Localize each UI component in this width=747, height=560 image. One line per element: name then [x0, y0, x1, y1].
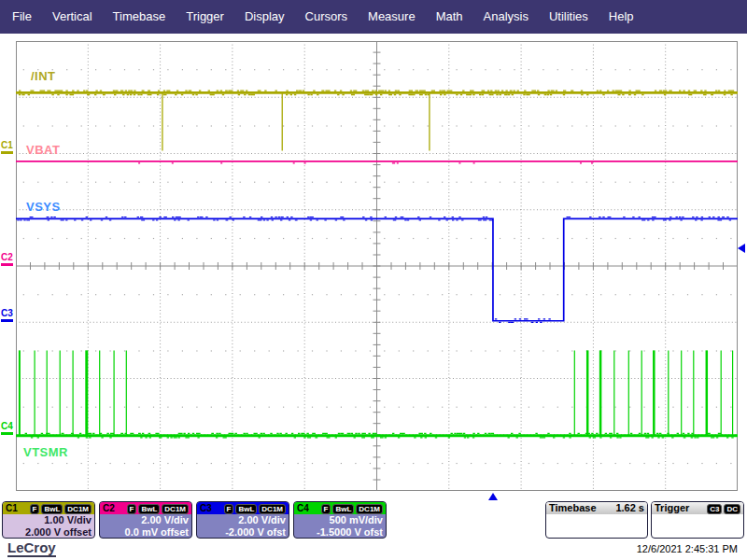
channel-offset: -1.5000 V ofst [294, 526, 386, 539]
badge-dc1m: DC1M [64, 504, 92, 514]
channel-id-label: C3 [200, 502, 212, 514]
menu-bar: FileVerticalTimebaseTriggerDisplayCursor… [0, 0, 747, 34]
channel-zero-marker [1, 263, 13, 266]
timebase-box[interactable]: Timebase 1.62 s Roll 1.00 s/div 250 kS 2… [545, 501, 648, 539]
trace-label-int: /INT [31, 69, 56, 83]
menu-item-utilities[interactable]: Utilities [539, 0, 599, 34]
channel-vdiv: 2.00 V/div [197, 514, 289, 526]
badge-dc1m: DC1M [356, 504, 383, 514]
menu-item-trigger[interactable]: Trigger [176, 0, 234, 34]
badge-f: F [224, 504, 234, 514]
badge-f: F [321, 504, 331, 514]
menu-item-display[interactable]: Display [234, 0, 295, 34]
channel-box-c1[interactable]: C1FBwLDC1M1.00 V/div2.000 V offset [2, 501, 95, 539]
channel-box-header-c1: C1FBwLDC1M [3, 502, 94, 514]
channel-offset-indicator-c3[interactable]: C3 [1, 309, 15, 322]
channel-id-label: C2 [103, 502, 115, 514]
timebase-rate: 25 kS/s [609, 526, 644, 539]
badge-dc1m: DC1M [162, 504, 189, 514]
badge-dc1m: DC1M [259, 504, 286, 514]
trigger-box[interactable]: Trigger C3DC Stop 2.26 V Edge Negative [651, 501, 744, 539]
grid [16, 41, 738, 491]
badge-f: F [30, 504, 40, 514]
trigger-title: Trigger [655, 502, 689, 514]
trace-label-vtsmr: VTSMR [23, 445, 68, 459]
channel-box-c4[interactable]: C4FBwLDC1M500 mV/div-1.5000 V ofst [293, 501, 387, 539]
channel-indicator-label: C4 [1, 422, 15, 431]
channel-zero-marker [1, 151, 13, 154]
channel-box-c3[interactable]: C3FBwLDC1M2.00 V/div-2.000 V ofst [196, 501, 289, 539]
channel-box-header-c2: C2FBwLDC1M [100, 502, 191, 514]
channel-id-label: C4 [297, 502, 309, 514]
timebase-title: Timebase [549, 502, 597, 514]
channel-vdiv: 2.00 V/div [100, 514, 191, 526]
timebase-value: 1.62 s [615, 502, 644, 514]
trigger-state: Stop [655, 514, 677, 526]
timebase-sdiv: 1.00 s/div [598, 514, 644, 526]
badge-bwl: BwL [332, 504, 354, 514]
channel-indicator-label: C1 [1, 141, 15, 150]
menu-item-measure[interactable]: Measure [358, 0, 426, 34]
trigger-badge-dc: DC [724, 504, 740, 514]
channel-offset: 2.000 V offset [3, 526, 94, 539]
channel-offset-indicator-c2[interactable]: C2 [1, 253, 15, 266]
trace-label-vsys: VSYS [26, 200, 61, 214]
trace-label-vbat: VBAT [26, 143, 60, 157]
trigger-level-arrow[interactable] [738, 244, 745, 253]
menu-item-file[interactable]: File [2, 0, 42, 34]
channel-offset: 0.0 mV offset [100, 526, 191, 539]
badge-f: F [127, 504, 137, 514]
waveform-canvas[interactable] [16, 41, 738, 491]
menu-item-timebase[interactable]: Timebase [103, 0, 176, 34]
channel-offset-indicator-c4[interactable]: C4 [1, 422, 15, 435]
timebase-mode: Roll [549, 514, 569, 526]
trigger-badge-c3: C3 [707, 504, 722, 514]
trigger-level: 2.26 V [711, 514, 740, 526]
menu-item-help[interactable]: Help [599, 0, 644, 34]
channel-zero-marker [1, 319, 13, 322]
channel-id-label: C1 [6, 502, 18, 514]
channel-vdiv: 1.00 V/div [3, 514, 94, 526]
trigger-header: Trigger C3DC [652, 502, 743, 514]
menu-item-cursors[interactable]: Cursors [295, 0, 359, 34]
badge-bwl: BwL [41, 504, 63, 514]
channel-offset: -2.000 V ofst [197, 526, 289, 539]
badge-bwl: BwL [235, 504, 257, 514]
timebase-samples: 250 kS [549, 526, 582, 539]
timebase-header: Timebase 1.62 s [546, 502, 647, 514]
menu-item-vertical[interactable]: Vertical [42, 0, 103, 34]
badge-bwl: BwL [138, 504, 160, 514]
channel-box-c2[interactable]: C2FBwLDC1M2.00 V/div0.0 mV offset [99, 501, 192, 539]
channel-box-header-c3: C3FBwLDC1M [197, 502, 289, 514]
waveform-plot-area[interactable] [16, 41, 738, 491]
channel-vdiv: 500 mV/div [294, 514, 386, 526]
channel-zero-marker [1, 432, 13, 435]
lecroy-logo: LeCroy [7, 540, 56, 557]
datetime-label: 12/6/2021 2:45:31 PM [637, 543, 738, 554]
menu-item-analysis[interactable]: Analysis [473, 0, 539, 34]
menu-item-math[interactable]: Math [426, 0, 473, 34]
channel-indicator-label: C3 [1, 309, 15, 318]
trigger-slope: Negative [698, 526, 740, 539]
trigger-source-badges: C3DC [705, 502, 740, 514]
oscilloscope-screen: FileVerticalTimebaseTriggerDisplayCursor… [0, 0, 747, 560]
trigger-time-marker[interactable] [488, 493, 498, 500]
trigger-type: Edge [655, 526, 680, 539]
channel-box-header-c4: C4FBwLDC1M [294, 502, 386, 514]
channel-offset-indicator-c1[interactable]: C1 [1, 141, 15, 154]
channel-indicator-label: C2 [1, 253, 15, 262]
